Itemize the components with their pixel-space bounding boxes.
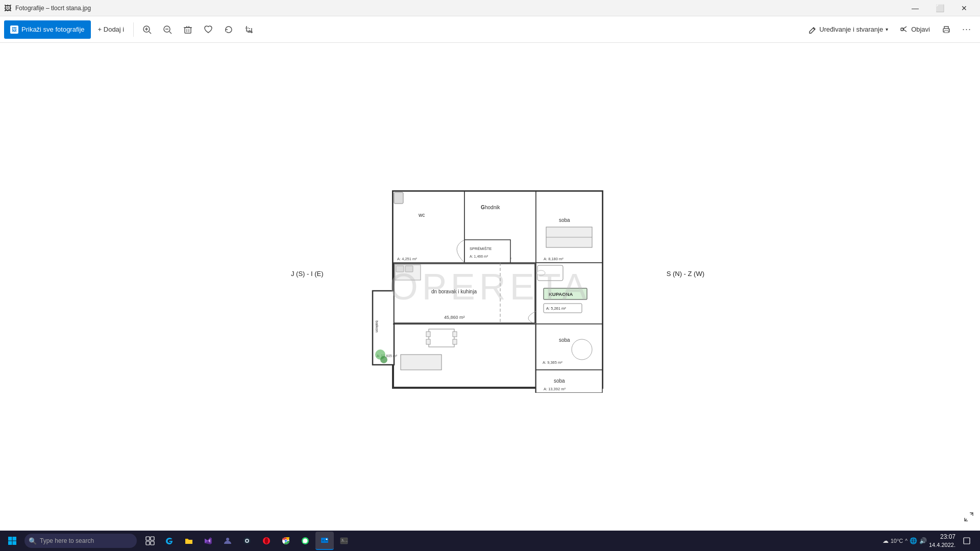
photos-button[interactable] [315,532,334,550]
svg-text:dn boravak i kuhinja: dn boravak i kuhinja [431,289,477,294]
crop-icon [244,25,254,34]
svg-rect-7 [185,28,191,33]
svg-rect-64 [396,266,404,272]
close-button[interactable]: ✕ [952,0,976,16]
svg-rect-18 [944,31,948,33]
zoom-in-icon [142,25,152,34]
svg-point-88 [265,538,268,544]
toolbar: 🖼 Prikaži sve fotografije + Dodaj i [0,16,980,43]
taskbar-apps [141,532,353,550]
svg-rect-38 [464,240,510,263]
crop-button[interactable] [240,20,258,39]
svg-text:SPRÉMIŠTE: SPRÉMIŠTE [470,246,492,251]
network-icon: 🌐 [910,537,917,544]
taskview-button[interactable] [141,532,159,550]
delete-button[interactable] [179,20,197,39]
clock[interactable]: 23:07 14.4.2022. [929,533,955,549]
svg-text:soba: soba [559,337,570,343]
title-bar-left: 🖼 Fotografije – tlocrt stana.jpg [4,4,91,12]
print-icon [942,25,951,34]
taskview-icon [145,536,155,545]
zoom-out-button[interactable] [158,20,177,39]
share-button[interactable]: Objavi [895,20,935,39]
direction-label-right: S (N) - Z (W) [667,270,704,278]
svg-point-19 [948,29,949,30]
teams-button[interactable] [218,532,237,550]
share-icon [900,26,909,34]
title-bar: 🖼 Fotografije – tlocrt stana.jpg — ⬜ ✕ [0,0,980,16]
svg-line-5 [169,32,172,34]
show-all-photos-button[interactable]: 🖼 Prikaži sve fotografije [4,20,91,39]
more-button[interactable]: ··· [958,20,976,39]
svg-text:A: 4,251 m²: A: 4,251 m² [397,257,417,261]
edge-button[interactable] [160,532,179,550]
svg-point-94 [326,539,328,540]
svg-rect-68 [426,339,430,344]
maximize-button[interactable]: ⬜ [928,0,951,16]
expand-button[interactable] [964,512,974,524]
svg-point-52 [537,270,545,276]
expand-icon [964,512,974,522]
print-button[interactable] [937,20,955,39]
vs-icon [204,536,213,545]
floorplan-container: J (S) - I (E) S (N) - Z (W) OPERETA balk… [362,181,618,393]
svg-rect-66 [429,329,454,347]
minimize-button[interactable]: — [903,0,927,16]
svg-rect-70 [453,339,457,344]
zoom-in-button[interactable] [138,20,156,39]
svg-text:A: 8,180 m²: A: 8,180 m² [544,257,564,261]
svg-text:wc: wc [418,212,425,218]
start-button[interactable] [2,532,22,550]
heart-icon [204,25,213,34]
svg-point-86 [246,540,248,542]
notification-button[interactable] [958,532,976,550]
more-icon: ··· [962,24,971,35]
photos-icon: 🖼 [10,26,18,34]
svg-rect-69 [453,332,457,337]
add-button[interactable]: + Dodaj i [93,20,130,39]
rotate-button[interactable] [219,20,238,39]
tray-expand[interactable]: ^ [905,538,908,544]
svg-text:A: 5,261 m²: A: 5,261 m² [546,306,566,311]
svg-text:KUPAONA: KUPAONA [549,291,573,297]
delete-icon [183,25,192,34]
edge-icon [165,536,174,545]
taskbar-search-box[interactable]: 🔍 Type here to search [24,534,137,548]
svg-rect-82 [151,541,154,545]
taskbar-right: ☁ 10°C ^ 🌐 🔊 23:07 14.4.2022. [883,532,978,550]
steam-button[interactable] [238,532,256,550]
search-icon: 🔍 [29,537,37,545]
svg-point-96 [342,539,344,541]
weather-icon: ☁ [883,537,889,544]
svg-rect-97 [964,538,970,544]
system-tray: ☁ 10°C ^ 🌐 🔊 [883,537,927,544]
photos2-button[interactable] [335,532,353,550]
main-content: J (S) - I (E) S (N) - Z (W) OPERETA balk… [0,43,980,531]
favorite-button[interactable] [199,20,217,39]
svg-rect-65 [405,266,413,272]
title-bar-controls: — ⬜ ✕ [903,0,976,16]
svg-rect-81 [146,541,150,545]
windows-logo [8,536,17,545]
svg-text:A: 13,392 m²: A: 13,392 m² [544,387,566,391]
svg-text:balkon: balkon [375,320,379,333]
file-explorer-button[interactable] [180,532,198,550]
svg-rect-80 [151,537,154,540]
notification-icon [963,537,971,545]
direction-label-left: J (S) - I (E) [291,270,324,278]
whatsapp-button[interactable] [296,532,314,550]
svg-rect-78 [13,541,17,545]
edit-create-button[interactable]: Uređivanje i stvaranje ▾ [803,20,893,39]
svg-point-83 [226,538,229,541]
edit-icon [808,26,817,34]
floorplan-svg: balkon A: 11,605 m² wc A: 4,251 m² [362,181,618,393]
svg-text:45,860 m²: 45,860 m² [444,315,465,320]
svg-point-73 [380,356,387,363]
svg-text:A: 9,365 m²: A: 9,365 m² [543,360,562,365]
visual-studio-button[interactable] [199,532,217,550]
opera-button[interactable] [257,532,276,550]
window-title: Fotografije – tlocrt stana.jpg [15,5,91,12]
toolbar-right: Uređivanje i stvaranje ▾ Objavi ··· [803,20,976,39]
chrome-button[interactable] [277,532,295,550]
whatsapp-icon [301,536,310,545]
